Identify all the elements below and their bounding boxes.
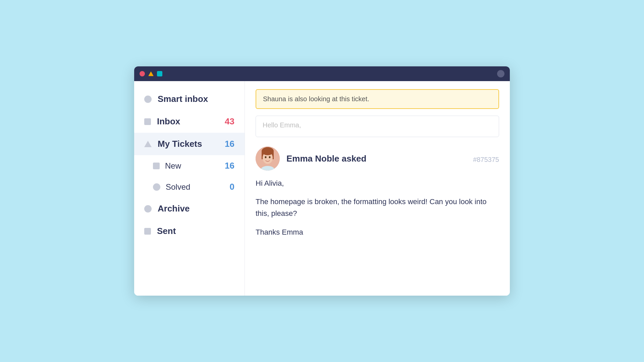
svg-point-4 bbox=[265, 156, 267, 158]
ticket-body2: Thanks Emma bbox=[256, 226, 499, 238]
reply-placeholder: Hello Emma, bbox=[263, 121, 301, 129]
avatar bbox=[256, 146, 280, 171]
ticket-asker: Emma Noble asked bbox=[286, 154, 366, 164]
my-tickets-count: 16 bbox=[225, 139, 234, 149]
ticket-number: #875375 bbox=[473, 154, 499, 164]
solved-count: 0 bbox=[230, 182, 234, 192]
alert-text: Shauna is also looking at this ticket. bbox=[263, 95, 369, 103]
sidebar-item-new[interactable]: New 16 bbox=[134, 155, 245, 176]
app-body: Smart inbox Inbox 43 My Tickets 16 New 1… bbox=[134, 81, 510, 296]
browser-action-button[interactable] bbox=[497, 70, 504, 77]
sidebar-item-my-tickets[interactable]: My Tickets 16 bbox=[134, 133, 245, 155]
sidebar-item-smart-inbox[interactable]: Smart inbox bbox=[134, 88, 245, 110]
sidebar-item-label: My Tickets bbox=[158, 139, 219, 149]
sidebar-subitem-label: Solved bbox=[166, 182, 224, 192]
sidebar-item-sent[interactable]: Sent bbox=[134, 220, 245, 242]
svg-point-6 bbox=[262, 147, 274, 155]
sidebar-item-label: Inbox bbox=[157, 116, 219, 127]
titlebar bbox=[134, 66, 510, 81]
square-icon bbox=[144, 228, 151, 235]
ticket-header: Emma Noble asked #875375 bbox=[256, 146, 499, 171]
sidebar: Smart inbox Inbox 43 My Tickets 16 New 1… bbox=[134, 81, 245, 296]
sidebar-item-archive[interactable]: Archive bbox=[134, 197, 245, 220]
new-count: 16 bbox=[225, 161, 234, 171]
sidebar-item-label: Archive bbox=[158, 203, 234, 214]
main-content: Shauna is also looking at this ticket. H… bbox=[245, 81, 510, 296]
square-icon bbox=[153, 163, 160, 169]
square-icon bbox=[144, 118, 151, 125]
sidebar-subitem-label: New bbox=[165, 161, 219, 171]
inbox-count: 43 bbox=[225, 116, 234, 127]
sidebar-item-label: Smart inbox bbox=[158, 94, 234, 104]
sidebar-item-label: Sent bbox=[157, 226, 234, 236]
ticket-meta: Emma Noble asked bbox=[286, 154, 466, 164]
sidebar-item-inbox[interactable]: Inbox 43 bbox=[134, 110, 245, 133]
browser-window: Smart inbox Inbox 43 My Tickets 16 New 1… bbox=[134, 66, 510, 296]
sidebar-item-solved[interactable]: Solved 0 bbox=[134, 176, 245, 197]
ticket-body1: The homepage is broken, the formatting l… bbox=[256, 196, 499, 219]
ticket-body: Hi Alivia, The homepage is broken, the f… bbox=[256, 177, 499, 238]
maximize-button[interactable] bbox=[157, 71, 162, 76]
reply-input[interactable]: Hello Emma, bbox=[256, 116, 499, 137]
circle-icon bbox=[153, 183, 160, 191]
circle-icon bbox=[144, 96, 152, 103]
close-button[interactable] bbox=[140, 71, 145, 76]
ticket-greeting: Hi Alivia, bbox=[256, 177, 499, 189]
svg-point-5 bbox=[269, 156, 271, 158]
triangle-icon bbox=[144, 141, 152, 147]
alert-banner: Shauna is also looking at this ticket. bbox=[256, 89, 499, 109]
traffic-lights bbox=[140, 71, 162, 76]
circle-icon bbox=[144, 205, 152, 213]
minimize-button[interactable] bbox=[148, 71, 154, 76]
